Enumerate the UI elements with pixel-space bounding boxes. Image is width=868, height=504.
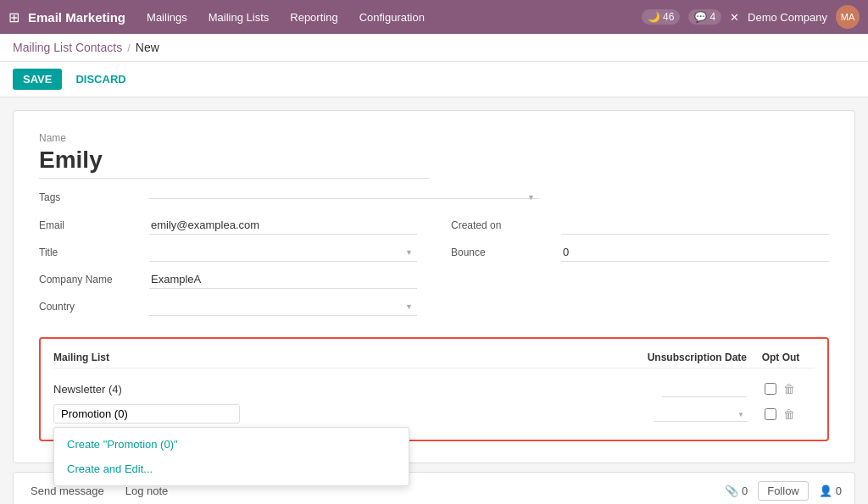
clock-badge[interactable]: 🌙 46 xyxy=(642,9,680,25)
nav-configuration[interactable]: Configuration xyxy=(355,11,429,24)
mailing-list-header: Mailing List Unsubscription Date Opt Out xyxy=(53,352,815,368)
breadcrumb: Mailing List Contacts / New xyxy=(0,34,868,62)
country-select[interactable] xyxy=(149,297,417,316)
promotion-optout-checkbox[interactable] xyxy=(765,408,776,420)
chatter-right: 📎 0 Follow 👤 0 xyxy=(725,481,842,501)
dropdown-create-edit-item[interactable]: Create and Edit... xyxy=(54,457,409,481)
followers-icon: 👤 xyxy=(819,485,832,497)
company-label: Company Name xyxy=(39,274,149,285)
follow-button[interactable]: Follow xyxy=(758,481,809,501)
bounce-label: Bounce xyxy=(451,246,561,258)
main-content: Name Emily Tags Email Title xyxy=(0,97,868,504)
promotion-name-input[interactable] xyxy=(53,404,240,424)
ml-row-newsletter-unsub xyxy=(628,381,747,397)
tags-input[interactable] xyxy=(149,196,539,199)
name-label: Name xyxy=(39,132,829,144)
discard-button[interactable]: DISCARD xyxy=(69,69,132,90)
mailing-list-row-promotion: 🗑 xyxy=(53,401,815,427)
tags-row: Tags xyxy=(39,191,829,203)
save-button[interactable]: SAVE xyxy=(13,69,62,90)
created-on-label: Created on xyxy=(451,219,561,231)
company-row: Company Name xyxy=(39,270,417,289)
app-name: Email Marketing xyxy=(28,10,125,25)
ml-row-promotion-name xyxy=(53,404,628,424)
promotion-delete-icon[interactable]: 🗑 xyxy=(781,406,798,423)
topbar: ⊞ Email Marketing Mailings Mailing Lists… xyxy=(0,0,868,34)
form-left-col: Email Title Company Name xyxy=(39,216,417,324)
title-select[interactable] xyxy=(149,243,417,262)
paperclip-icon: 📎 xyxy=(725,485,738,497)
close-icon[interactable]: ✕ xyxy=(730,11,739,24)
chat-icon: 💬 xyxy=(694,11,707,23)
clock-count: 46 xyxy=(663,11,674,23)
mailing-list-row-newsletter: Newsletter (4) 🗑 xyxy=(53,377,815,401)
nav-mailing-lists[interactable]: Mailing Lists xyxy=(204,11,274,24)
promotion-unsub-select-wrapper xyxy=(654,406,747,422)
breadcrumb-parent[interactable]: Mailing List Contacts xyxy=(13,41,122,54)
form-two-cols: Email Title Company Name xyxy=(39,216,829,324)
country-row: Country xyxy=(39,297,417,316)
bounce-field[interactable] xyxy=(561,243,829,262)
bounce-row: Bounce xyxy=(451,243,829,262)
grid-icon[interactable]: ⊞ xyxy=(8,9,19,25)
ml-col-name-header: Mailing List xyxy=(53,352,628,363)
topbar-right: 🌙 46 💬 4 ✕ Demo Company MA xyxy=(642,5,860,29)
form-toolbar: SAVE DISCARD xyxy=(0,62,868,97)
newsletter-unsub-date[interactable] xyxy=(662,381,747,397)
email-label: Email xyxy=(39,219,149,231)
promotion-row-container: 🗑 Create "Promotion (0)" Create and Edit… xyxy=(53,401,815,427)
promotion-unsub-select[interactable] xyxy=(654,406,747,422)
newsletter-name: Newsletter (4) xyxy=(53,383,122,396)
ml-row-newsletter-optout: 🗑 xyxy=(747,380,815,397)
main-nav: Mailings Mailing Lists Reporting Configu… xyxy=(142,11,642,24)
attachment-count: 0 xyxy=(742,485,748,497)
nav-reporting[interactable]: Reporting xyxy=(286,11,342,24)
form-right-col: Created on Bounce xyxy=(451,216,829,324)
created-on-field[interactable] xyxy=(561,216,829,235)
email-row: Email xyxy=(39,216,417,235)
country-select-wrapper xyxy=(149,297,417,316)
company-field[interactable] xyxy=(149,270,417,289)
created-on-row: Created on xyxy=(451,216,829,235)
tags-label: Tags xyxy=(39,191,149,203)
followers-count: 0 xyxy=(836,485,842,497)
company-name[interactable]: Demo Company xyxy=(748,11,827,24)
dropdown-create-item[interactable]: Create "Promotion (0)" xyxy=(54,432,409,457)
ml-row-promotion-unsub xyxy=(628,406,747,422)
newsletter-delete-icon[interactable]: 🗑 xyxy=(781,380,798,397)
email-field[interactable] xyxy=(149,216,417,235)
title-label: Title xyxy=(39,246,149,258)
title-select-wrapper xyxy=(149,243,417,262)
newsletter-optout-checkbox[interactable] xyxy=(765,383,776,395)
attachment-count-badge: 📎 0 xyxy=(725,485,748,497)
breadcrumb-current: New xyxy=(136,41,159,54)
user-avatar[interactable]: MA xyxy=(836,5,860,29)
ml-row-promotion-optout: 🗑 xyxy=(747,406,815,423)
mailing-list-section: Mailing List Unsubscription Date Opt Out… xyxy=(39,337,829,441)
name-value[interactable]: Emily xyxy=(39,147,429,179)
ml-col-unsub-header: Unsubscription Date xyxy=(628,352,747,363)
promotion-dropdown-menu: Create "Promotion (0)" Create and Edit..… xyxy=(53,427,409,486)
ml-row-newsletter-name: Newsletter (4) xyxy=(53,383,628,396)
clock-icon: 🌙 xyxy=(648,11,660,23)
country-label: Country xyxy=(39,301,149,313)
followers-badge: 👤 0 xyxy=(819,485,842,497)
breadcrumb-separator: / xyxy=(127,42,131,54)
nav-mailings[interactable]: Mailings xyxy=(142,11,192,24)
title-row: Title xyxy=(39,243,417,262)
form-card: Name Emily Tags Email Title xyxy=(13,110,855,463)
chat-count: 4 xyxy=(709,11,715,23)
ml-col-optout-header: Opt Out xyxy=(747,352,815,363)
chat-badge[interactable]: 💬 4 xyxy=(688,9,721,25)
